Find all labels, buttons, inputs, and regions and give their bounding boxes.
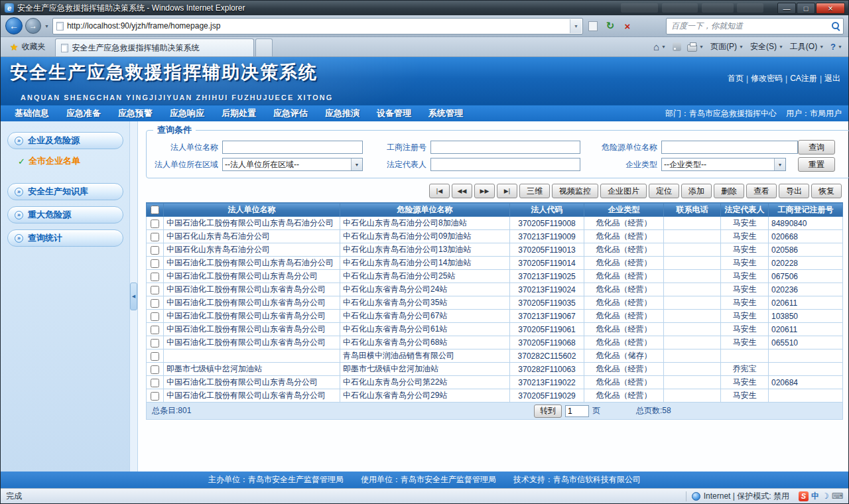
forward-button[interactable]: → [25, 18, 41, 34]
toolbar-button[interactable]: 添加 [681, 184, 712, 198]
sidebar-collapse-button[interactable]: ◀ [130, 283, 137, 310]
menu-item[interactable]: 应急推演 [316, 107, 368, 119]
legal-name-input[interactable] [222, 141, 363, 154]
search-box[interactable] [666, 18, 844, 34]
column-header[interactable]: 法人代码 [510, 203, 584, 217]
row-checkbox[interactable] [151, 365, 159, 374]
goto-page-button[interactable]: 转到 [534, 405, 562, 418]
banner-link[interactable]: 首页 [728, 73, 744, 84]
row-checkbox[interactable] [151, 259, 159, 268]
row-checkbox[interactable] [151, 312, 159, 321]
row-checkbox[interactable] [151, 273, 159, 281]
menu-item[interactable]: 应急准备 [58, 107, 109, 119]
column-header[interactable]: 法定代表人 [721, 203, 769, 217]
column-header[interactable]: 联系电话 [664, 203, 721, 217]
title-bar: e 安全生产应急救援指挥辅助决策系统 - Windows Internet Ex… [1, 1, 848, 15]
hazard-name-input[interactable] [661, 141, 798, 154]
sidebar-group-button[interactable]: »重大危险源 [7, 206, 123, 223]
back-button[interactable]: ← [5, 17, 23, 34]
browser-tab[interactable]: 安全生产应急救援指挥辅助决策系统 [55, 38, 254, 56]
pager-button[interactable]: ◀◀ [452, 184, 472, 198]
page-menu[interactable]: 页面(P)▼ [710, 41, 744, 52]
business-reg-no-input[interactable] [430, 141, 580, 154]
row-checkbox[interactable] [151, 246, 159, 255]
row-checkbox[interactable] [151, 286, 159, 294]
toolbar-button[interactable]: 查看 [746, 184, 777, 198]
help-menu[interactable]: ?▼ [830, 42, 843, 52]
column-header[interactable]: 企业类型 [584, 203, 664, 217]
menu-item[interactable]: 后期处置 [213, 107, 265, 119]
table-cell: 370205F119014 [510, 257, 584, 270]
pager-button[interactable]: ▶▶ [474, 184, 495, 198]
stop-button[interactable]: × [620, 18, 635, 34]
user-label: 用户：市局用户 [786, 108, 842, 119]
menu-item[interactable]: 设备管理 [368, 107, 420, 119]
legal-rep-input[interactable] [430, 158, 580, 171]
ime-chinese-mode-icon[interactable]: 中 [811, 491, 819, 502]
menu-item[interactable]: 基础信息 [6, 107, 58, 119]
row-checkbox[interactable] [151, 326, 159, 334]
reset-button[interactable]: 重置 [798, 157, 835, 172]
menu-item[interactable]: 应急响应 [161, 107, 213, 119]
close-button[interactable]: × [816, 3, 845, 14]
history-dropdown[interactable]: ▼ [44, 24, 50, 29]
enterprise-type-select[interactable]: --企业类型-- ▼ [661, 158, 786, 171]
column-header[interactable]: 工商登记注册号 [769, 203, 843, 217]
ime-skin-icon[interactable]: ☽ [822, 491, 829, 501]
new-tab-stub[interactable] [255, 38, 273, 56]
favorites-button[interactable]: ★ 收藏夹 [6, 39, 50, 55]
compatibility-view-button[interactable] [586, 18, 600, 34]
menu-item[interactable]: 应急评估 [265, 107, 316, 119]
row-checkbox[interactable] [151, 233, 159, 241]
menu-item[interactable]: 系统管理 [420, 107, 472, 119]
address-input[interactable] [67, 21, 570, 31]
menu-item[interactable]: 应急预警 [109, 107, 161, 119]
safety-menu[interactable]: 安全(S)▼ [750, 41, 784, 52]
home-button[interactable]: ⌂▼ [653, 41, 667, 52]
row-checkbox[interactable] [151, 352, 159, 361]
tools-menu[interactable]: 工具(O)▼ [790, 41, 824, 52]
sidebar: » 企业及危险源 ✓ 全市企业名单 »安全生产知识库»重大危险源»查询统计 [1, 121, 129, 472]
sidebar-item-city-enterprise-list[interactable]: ✓ 全市企业名单 [18, 155, 123, 167]
row-checkbox[interactable] [151, 379, 159, 387]
toolbar-button[interactable]: 企业图片 [600, 184, 647, 198]
toolbar-button[interactable]: 定位 [649, 184, 679, 198]
sidebar-group-button[interactable]: »查询统计 [7, 229, 123, 247]
search-button[interactable]: 查询 [798, 140, 835, 155]
sidebar-group-button[interactable]: »安全生产知识库 [7, 183, 123, 200]
region-select[interactable]: --法人单位所在区域-- ▼ [222, 158, 363, 171]
print-button[interactable]: ▼ [687, 42, 704, 52]
sogou-icon[interactable]: S [799, 491, 809, 501]
ime-keyboard-icon[interactable]: ⌨ [832, 491, 843, 501]
goto-page-input[interactable] [565, 405, 589, 417]
toolbar-button[interactable]: 恢复 [811, 184, 842, 198]
toolbar-button[interactable]: 导出 [779, 184, 809, 198]
column-header[interactable]: 危险源单位名称 [340, 203, 510, 217]
minimize-button[interactable]: — [777, 3, 796, 14]
column-header[interactable]: 法人单位名称 [164, 203, 340, 217]
search-icon[interactable] [832, 22, 840, 31]
row-checkbox[interactable] [151, 299, 159, 308]
banner-link[interactable]: CA注册 [790, 73, 817, 84]
select-all-checkbox[interactable] [151, 206, 159, 214]
banner-link[interactable]: 修改密码 [751, 73, 783, 84]
sidebar-item-enterprise-hazard[interactable]: » 企业及危险源 [7, 132, 123, 149]
maximize-button[interactable]: □ [797, 3, 815, 14]
address-dropdown[interactable]: ▼ [570, 19, 582, 33]
row-checkbox[interactable] [151, 339, 159, 347]
row-checkbox[interactable] [151, 392, 159, 401]
pager-button[interactable]: |◀ [429, 184, 450, 198]
toolbar-button[interactable]: 视频监控 [552, 184, 598, 198]
banner-link[interactable]: 退出 [824, 73, 840, 84]
row-checkbox[interactable] [151, 220, 159, 228]
feed-icon[interactable] [673, 42, 681, 51]
toolbar-button[interactable]: 三维 [519, 184, 550, 198]
refresh-button[interactable]: ↻ [603, 18, 618, 34]
address-bar[interactable]: ▼ [52, 18, 583, 34]
tab-title: 安全生产应急救援指挥辅助决策系统 [72, 42, 200, 54]
pager-button[interactable]: ▶| [497, 184, 517, 198]
table-cell [769, 389, 843, 403]
chevron-down-icon: ▼ [818, 44, 824, 49]
toolbar-button[interactable]: 删除 [714, 184, 744, 198]
search-input[interactable] [671, 21, 832, 31]
